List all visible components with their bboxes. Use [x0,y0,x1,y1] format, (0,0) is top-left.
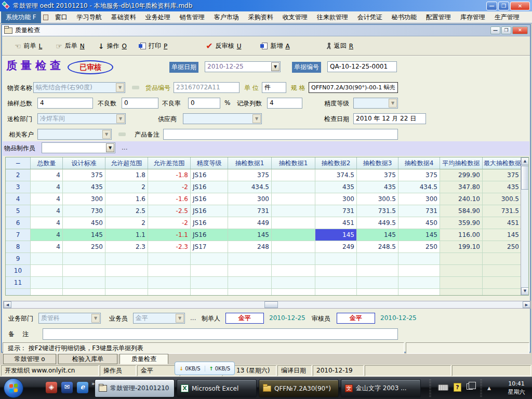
grid-cell[interactable] [315,253,357,265]
doc-no-input[interactable]: QA-10-12-25-0001 [327,61,397,72]
grid-cell[interactable]: 730 [63,205,105,217]
grid-cell[interactable] [105,265,148,277]
clerk-more[interactable]: ... [190,314,196,322]
help-icon[interactable]: ? [454,383,461,392]
material-combo[interactable]: 蜗壳结合件(右90度)▼ [33,82,125,93]
grid-cell[interactable]: 374.5 [315,169,357,181]
vertical-scrollbar[interactable]: ▲ ▼ [521,157,528,295]
chevron-down-icon[interactable]: ▼ [271,62,280,71]
unaudit-button[interactable]: ✔ 反审核U [203,40,244,52]
chevron-down-icon[interactable]: ▼ [116,114,125,123]
grid-cell[interactable]: 4 [31,241,63,253]
precision-combo[interactable]: ▼ [353,98,398,109]
item-no-input[interactable]: 23167072A11 [174,82,240,93]
grid-cell[interactable]: 584.90 [440,205,483,217]
check-date-input[interactable]: 2010 年 12 月 22 日 [353,113,426,124]
close-icon[interactable]: ✕ [510,2,530,10]
grid-cell[interactable] [357,253,398,265]
product-note-input[interactable] [163,129,398,140]
grid-cell[interactable]: 2.5 [105,205,148,217]
grid-cell[interactable]: 300 [398,193,440,205]
grid-cell[interactable]: 375 [228,169,272,181]
grid-cell[interactable] [63,289,105,295]
taskbar-task-excel[interactable]: X Microsoft Excel [177,379,257,397]
new-button[interactable]: 新增A [259,40,292,52]
grid-cell[interactable]: 451 [315,217,357,229]
grid-row-number[interactable]: 3 [6,181,31,193]
grid-cell[interactable]: -2 [148,217,191,229]
grid-cell[interactable]: 1.8 [105,169,148,181]
grid-row-number[interactable]: 2 [6,169,31,181]
grid-cell[interactable] [105,253,148,265]
grid-row-number[interactable]: 4 [6,193,31,205]
grid-cell[interactable] [272,217,315,229]
grid-cell[interactable] [272,169,315,181]
grid-cell[interactable]: JS16 [191,169,228,181]
grid-cell[interactable]: 248 [228,241,272,253]
maker-combo[interactable]: ▼ [42,142,115,153]
grid-cell[interactable]: 2.3 [105,241,148,253]
spec-input[interactable]: QFFN07.2A/30(90°)-00-1 蜗壳 [309,82,398,93]
next-doc-button[interactable]: ☞ 后单N [52,40,88,52]
grid-row-number[interactable]: 11 [6,277,31,289]
menu-item[interactable]: 配置管理 [421,11,456,23]
grid-cell[interactable] [272,277,315,289]
grid-cell[interactable] [63,277,105,289]
grid-cell[interactable]: -1.6 [148,193,191,205]
grid-cell[interactable]: 4 [31,169,63,181]
grid-cell[interactable] [440,265,483,277]
grid-cell[interactable]: 449 [228,217,272,229]
grid-cell[interactable] [315,289,357,295]
grid-cell[interactable] [272,229,315,241]
grid-row-number[interactable]: 10 [6,265,31,277]
grid-cell[interactable]: 248.5 [357,241,398,253]
start-button[interactable] [4,378,23,398]
grid-cell[interactable]: 1.6 [105,193,148,205]
chevron-down-icon[interactable]: ▼ [106,143,114,152]
grid-cell[interactable]: JS16 [191,229,228,241]
grid-cell[interactable]: 449.5 [357,217,398,229]
grid-cell[interactable] [191,277,228,289]
taskbar-clock[interactable]: 10:41 星期六 [503,380,530,396]
grid-cell[interactable]: 450 [63,217,105,229]
grid-row-number[interactable]: 9 [6,253,31,265]
taskbar-task-main[interactable]: 常鼓管理-20101210 [95,379,175,397]
grid-cell[interactable] [483,289,522,295]
prev-doc-button[interactable]: ☜ 前单L [11,40,45,52]
grid-cell[interactable]: -2 [148,181,191,193]
hscroll-thumb[interactable] [264,301,278,308]
grid-cell[interactable] [440,253,483,265]
grid-cell[interactable]: 731 [228,205,272,217]
grid-cell[interactable] [483,265,522,277]
grid-cell[interactable]: 249 [315,241,357,253]
tray-expand-icon[interactable]: ▲ [487,385,491,391]
menu-item[interactable]: 库存管理 [456,11,490,23]
grid-cell[interactable]: 4 [31,217,63,229]
grid-cell[interactable]: 435 [483,181,522,193]
operate-button[interactable]: ↓ 操作O [95,40,130,52]
grid-cell[interactable]: 250 [63,241,105,253]
chevron-down-icon[interactable]: ▼ [102,130,111,139]
menu-item[interactable]: 往来款管理 [312,11,353,23]
grid-cell[interactable] [63,265,105,277]
taskbar-task-folder[interactable]: QFF№7.2A30(90°) [259,379,339,397]
grid-cell[interactable]: 4 [31,181,63,193]
note-input[interactable] [43,328,398,340]
grid-cell[interactable]: -2.5 [148,205,191,217]
grid-row-number[interactable]: 8 [6,241,31,253]
grid-cell[interactable] [398,265,440,277]
menu-item[interactable]: 客户市场 [209,11,244,23]
grid-cell[interactable]: 250 [483,241,522,253]
grid-cell[interactable] [357,265,398,277]
defect-rate-input[interactable]: 0 [188,98,220,109]
grid-cell[interactable]: 359.90 [440,217,483,229]
keyboard-icon[interactable] [438,384,448,391]
menu-item[interactable]: 收支管理 [278,11,312,23]
grid-cell[interactable]: 731 [315,205,357,217]
grid-cell[interactable] [272,265,315,277]
grid-cell[interactable] [272,253,315,265]
maker-more[interactable]: ... [122,144,127,151]
return-button[interactable]: 返回R [323,40,356,52]
grid-cell[interactable] [228,277,272,289]
grid-cell[interactable] [191,265,228,277]
